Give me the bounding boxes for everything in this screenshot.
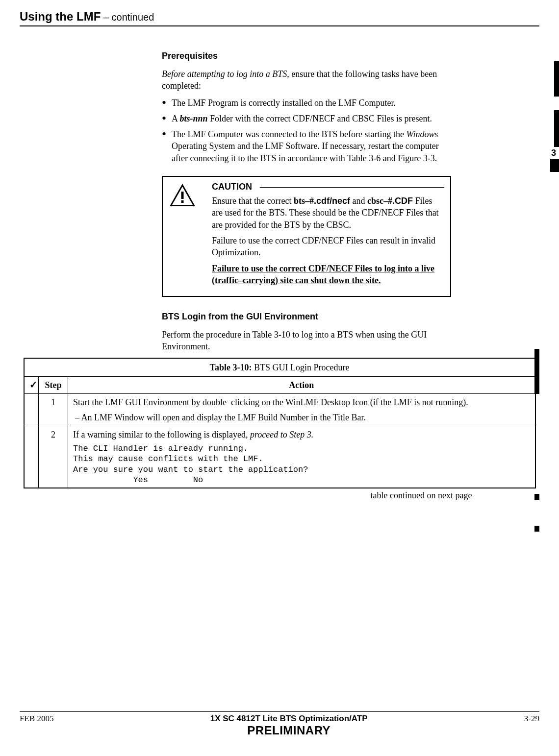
caution-title: CAUTION [212, 182, 252, 192]
side-tab-block-upper [554, 61, 559, 97]
bullet-text-bi: bts-nnn [180, 114, 208, 123]
footer-preliminary: PRELIMINARY [53, 724, 524, 737]
table-row: 1 Start the LMF GUI Environment by doubl… [24, 394, 535, 426]
col-header-check: ✓ [24, 377, 39, 394]
table-caption: Table 3-10: BTS GUI Login Procedure [24, 358, 535, 377]
change-bar [534, 349, 539, 394]
action-cell: Start the LMF GUI Environment by double–… [68, 394, 535, 426]
footer-page-number: 3-29 [524, 714, 539, 724]
gui-login-intro: Perform the procedure in Table 3-10 to l… [162, 329, 451, 353]
caution-para-3: Failure to use the correct CDF/NECF File… [212, 263, 444, 287]
footer-doc-title: 1X SC 4812T Lite BTS Optimization/ATP [53, 714, 524, 724]
page-header: Using the LMF – continued [20, 10, 539, 26]
list-item: The LMF Computer was connected to the BT… [162, 128, 451, 164]
table-caption-bold: Table 3-10: [210, 363, 252, 372]
bullet-text: The LMF Program is correctly installed o… [172, 98, 396, 108]
chapter-tab-number: 3 [548, 147, 559, 159]
caution-box: CAUTION Ensure that the correct bts–#.cd… [162, 176, 451, 297]
caution-rule [260, 187, 444, 188]
bullet-text-c: Operating System and the LMF Software. I… [172, 141, 439, 163]
prereq-list: The LMF Program is correctly installed o… [162, 97, 451, 164]
caution-icon-cell [163, 177, 212, 296]
text-bold: cbsc–# [367, 196, 392, 206]
action-text: Start the LMF GUI Environment by double–… [73, 396, 530, 408]
col-header-action: Action [68, 377, 535, 394]
gui-login-heading: BTS Login from the GUI Environment [162, 312, 451, 322]
text-bold: bts–# [294, 196, 314, 206]
svg-rect-2 [181, 192, 184, 199]
text-bold-sans: .cdf/necf [314, 196, 350, 206]
code-block: The CLI Handler is already running. This… [73, 443, 530, 485]
procedure-table: Table 3-10: BTS GUI Login Procedure ✓ St… [24, 358, 536, 488]
footer-center: 1X SC 4812T Lite BTS Optimization/ATP PR… [53, 714, 524, 737]
caution-para-2: Failure to use the correct CDF/NECF File… [212, 235, 444, 259]
change-bar [534, 526, 539, 532]
table-continued-note: table continued on next page [24, 490, 536, 501]
header-continued: – continued [101, 12, 154, 23]
caution-body: CAUTION Ensure that the correct bts–#.cd… [212, 177, 450, 296]
step-cell: 2 [39, 426, 68, 488]
list-item: A bts-nnn Folder with the correct CDF/NE… [162, 113, 451, 124]
text: and [350, 196, 367, 206]
footer-date: FEB 2005 [20, 714, 53, 724]
col-header-step: Step [39, 377, 68, 394]
bullet-text-c: Folder with the correct CDF/NECF and CBS… [208, 114, 432, 123]
bullet-text-a: The LMF Computer was connected to the BT… [172, 129, 406, 139]
step-cell: 1 [39, 394, 68, 426]
side-tab-block-lower [550, 158, 559, 172]
prereq-heading: Prerequisites [162, 51, 451, 61]
caution-para-1: Ensure that the correct bts–#.cdf/necf a… [212, 195, 444, 231]
prereq-intro-italic: Before attempting to log into a BTS [162, 69, 287, 79]
table-row: 2 If a warning similar to the following … [24, 426, 535, 488]
caution-underline: Failure to use the correct CDF/NECF File… [212, 264, 434, 285]
bullet-text-a: A [172, 114, 180, 123]
action-cell: If a warning similar to the following is… [68, 426, 535, 488]
check-cell [24, 394, 39, 426]
change-bar [534, 494, 539, 500]
action-subitem: – An LMF Window will open and display th… [73, 412, 530, 423]
prereq-intro: Before attempting to log into a BTS, ens… [162, 68, 451, 92]
check-cell [24, 426, 39, 488]
svg-rect-3 [181, 200, 184, 203]
footer-rule [20, 711, 539, 712]
caution-title-row: CAUTION [212, 182, 444, 192]
header-title: Using the LMF [20, 10, 101, 23]
action-text: If a warning similar to the following is… [73, 429, 530, 440]
check-icon: ✓ [29, 379, 38, 390]
list-item: The LMF Program is correctly installed o… [162, 97, 451, 109]
text-italic: proceed to Step 3. [250, 430, 313, 439]
text: If a warning similar to the following is… [73, 430, 250, 439]
footer-row: FEB 2005 1X SC 4812T Lite BTS Optimizati… [20, 714, 539, 737]
page: Using the LMF – continued 3 Prerequisite… [0, 0, 559, 756]
text: Ensure that the correct [212, 196, 294, 206]
page-footer: FEB 2005 1X SC 4812T Lite BTS Optimizati… [20, 711, 539, 737]
warning-icon [169, 183, 196, 207]
bullet-text-i: Windows [406, 129, 438, 139]
main-content: Prerequisites Before attempting to log i… [162, 51, 451, 353]
table-caption-rest: BTS GUI Login Procedure [252, 363, 349, 372]
text-bold-sans: .CDF [392, 196, 413, 206]
